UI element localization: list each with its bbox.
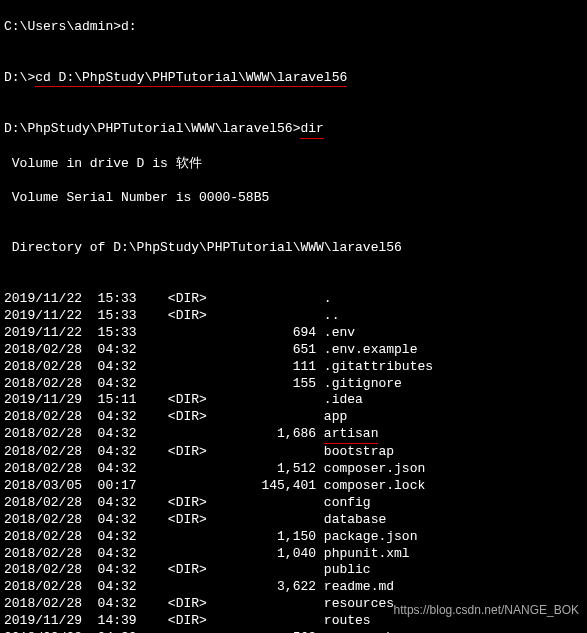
listing-row: 2018/02/28 04:32 1,040 phpunit.xml — [4, 546, 583, 563]
watermark-text: https://blog.csdn.net/NANGE_BOK — [394, 603, 579, 619]
terminal-output[interactable]: C:\Users\admin>d: D:\>cd D:\PhpStudy\PHP… — [0, 0, 587, 633]
listing-row: 2018/03/05 00:17 145,401 composer.lock — [4, 478, 583, 495]
dir-command-line: D:\PhpStudy\PHPTutorial\WWW\laravel56>di… — [4, 121, 583, 139]
listing-row: 2018/02/28 04:32 1,150 package.json — [4, 529, 583, 546]
cd-command: cd D:\PhpStudy\PHPTutorial\WWW\laravel56 — [35, 70, 347, 88]
listing-row: 2018/02/28 04:32 111 .gitattributes — [4, 359, 583, 376]
directory-listing: 2019/11/22 15:33 <DIR> .2019/11/22 15:33… — [4, 291, 583, 633]
volume-label: Volume in drive D is 软件 — [4, 156, 583, 173]
listing-row: 2018/02/28 04:32 3,622 readme.md — [4, 579, 583, 596]
volume-serial: Volume Serial Number is 0000-58B5 — [4, 190, 583, 207]
dir-command: dir — [300, 121, 323, 139]
cd-command-line: D:\>cd D:\PhpStudy\PHPTutorial\WWW\larav… — [4, 70, 583, 88]
listing-row: 2018/02/28 04:32 651 .env.example — [4, 342, 583, 359]
listing-row: 2018/02/28 04:32 <DIR> database — [4, 512, 583, 529]
prompt-text: D:\> — [4, 70, 35, 85]
listing-row: 2019/11/22 15:33 <DIR> .. — [4, 308, 583, 325]
highlighted-file: artisan — [324, 426, 379, 444]
listing-row: 2018/02/28 04:32 <DIR> app — [4, 409, 583, 426]
listing-row: 2019/11/22 15:33 <DIR> . — [4, 291, 583, 308]
prompt-text: D:\PhpStudy\PHPTutorial\WWW\laravel56> — [4, 121, 300, 136]
listing-row: 2018/02/28 04:32 <DIR> public — [4, 562, 583, 579]
listing-row: 2019/11/22 15:33 694 .env — [4, 325, 583, 342]
listing-row: 2019/11/29 15:11 <DIR> .idea — [4, 392, 583, 409]
listing-row: 2018/02/28 04:32 <DIR> bootstrap — [4, 444, 583, 461]
directory-of: Directory of D:\PhpStudy\PHPTutorial\WWW… — [4, 240, 583, 257]
listing-row: 2018/02/28 04:32 <DIR> config — [4, 495, 583, 512]
listing-row: 2018/02/28 04:32 155 .gitignore — [4, 376, 583, 393]
listing-row: 2018/02/28 04:32 1,686 artisan — [4, 426, 583, 444]
listing-row: 2018/02/28 04:32 1,512 composer.json — [4, 461, 583, 478]
prompt-line: C:\Users\admin>d: — [4, 19, 583, 36]
